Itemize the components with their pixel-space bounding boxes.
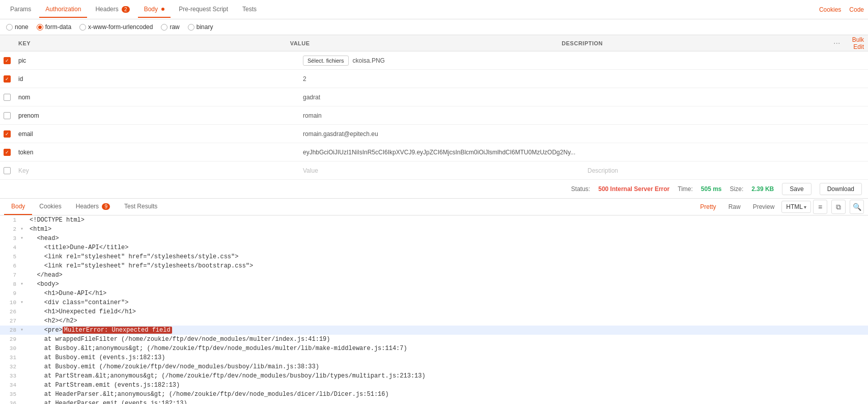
bulk-edit-btn[interactable]: Bulk Edit: [846, 36, 864, 50]
line-content: <head>: [27, 234, 61, 243]
row-checkbox[interactable]: [4, 130, 11, 138]
table-row: tokeneyJhbGciOiJIUzI1NiIsInR5cCI6IkpXVCJ…: [0, 143, 868, 161]
line-toggle: [20, 381, 27, 390]
value-cell[interactable]: gadrat: [299, 91, 583, 104]
value-cell[interactable]: Value: [299, 164, 583, 177]
line-number: 6: [0, 261, 20, 271]
line-toggle: [20, 353, 27, 362]
key-cell[interactable]: nom: [14, 91, 299, 104]
cookies-link[interactable]: Cookies: [819, 6, 841, 13]
more-options-icon[interactable]: ···: [833, 39, 840, 48]
code-line: 5 <link rel="stylesheet" href="/styleshe…: [0, 252, 868, 261]
value-cell[interactable]: romain: [299, 109, 583, 122]
response-tab-headers[interactable]: Headers 9: [69, 199, 117, 215]
radio-raw-circle: [161, 24, 167, 31]
key-cell[interactable]: prenom: [14, 109, 299, 122]
radio-formdata[interactable]: form-data: [37, 23, 71, 31]
code-line: 4 <title>Dune-API</title>: [0, 243, 868, 252]
line-toggle: [20, 344, 27, 353]
line-toggle[interactable]: ▾: [20, 280, 27, 289]
line-toggle[interactable]: ▾: [20, 326, 27, 335]
tab-authorization[interactable]: Authorization: [39, 2, 87, 18]
line-number: 1: [0, 216, 20, 225]
copy-icon[interactable]: ⧉: [831, 200, 846, 214]
table-body: picSélect. fichiersckoisa.PNGid2nomgadra…: [0, 51, 868, 180]
indent-icon[interactable]: ≡: [813, 200, 827, 214]
search-icon[interactable]: 🔍: [850, 200, 864, 214]
save-button[interactable]: Save: [782, 183, 811, 195]
format-preview[interactable]: Preview: [748, 200, 780, 213]
row-checkbox[interactable]: [4, 75, 11, 83]
table-header: KEY VALUE DESCRIPTION ··· Bulk Edit: [0, 35, 868, 51]
key-cell[interactable]: email: [14, 127, 299, 141]
value-cell[interactable]: romain.gasdrat@epitech.eu: [299, 127, 583, 141]
code-area[interactable]: 1<!DOCTYPE html>2▾<html>3▾ <head>4 <titl…: [0, 216, 868, 404]
value-cell[interactable]: eyJhbGciOiJIUzI1NiIsInR5cCI6IkpXVCJ9.eyJ…: [299, 146, 583, 159]
response-tab-test-results[interactable]: Test Results: [117, 199, 164, 215]
checkbox-cell[interactable]: [0, 75, 14, 83]
line-toggle: [20, 399, 27, 404]
desc-cell[interactable]: Description: [583, 164, 868, 177]
response-tab-body[interactable]: Body: [4, 199, 32, 215]
radio-urlencoded[interactable]: x-www-form-urlencoded: [79, 23, 153, 31]
value-cell[interactable]: 2: [299, 72, 583, 86]
line-content: <link rel="stylesheet" href="/stylesheet…: [27, 252, 240, 261]
desc-cell[interactable]: [583, 149, 868, 155]
checkbox-cell[interactable]: [0, 57, 14, 64]
code-line: 33 at PartStream.&lt;anonymous&gt; (/hom…: [0, 371, 868, 381]
key-cell[interactable]: id: [14, 72, 299, 86]
row-checkbox[interactable]: [4, 149, 11, 156]
tab-body[interactable]: Body: [138, 2, 171, 18]
tab-params[interactable]: Params: [4, 2, 37, 18]
line-toggle[interactable]: ▾: [20, 225, 27, 234]
size-value: 2.39 KB: [751, 185, 774, 193]
checkbox-cell[interactable]: [0, 130, 14, 138]
size-label: Size:: [730, 185, 744, 193]
tab-headers[interactable]: Headers 2: [89, 2, 135, 18]
code-line: 7 </head>: [0, 271, 868, 280]
radio-none[interactable]: none: [6, 23, 29, 31]
radio-raw[interactable]: raw: [161, 23, 179, 31]
key-cell[interactable]: Key: [14, 164, 299, 177]
checkbox-cell[interactable]: [0, 112, 14, 119]
code-line: 27 <h2></h2>: [0, 316, 868, 326]
tab-tests[interactable]: Tests: [236, 2, 263, 18]
tab-prerequest[interactable]: Pre-request Script: [173, 2, 234, 18]
row-checkbox[interactable]: [4, 112, 11, 119]
line-number: 35: [0, 390, 20, 399]
row-checkbox[interactable]: [4, 94, 11, 101]
line-number: 32: [0, 362, 20, 371]
checkbox-cell[interactable]: [0, 149, 14, 156]
desc-cell[interactable]: [583, 94, 868, 100]
checkbox-cell[interactable]: [0, 94, 14, 101]
key-cell[interactable]: token: [14, 146, 299, 159]
line-toggle[interactable]: ▾: [20, 298, 27, 307]
row-checkbox[interactable]: [4, 167, 11, 174]
key-cell[interactable]: pic: [14, 54, 299, 67]
desc-cell[interactable]: [583, 131, 868, 137]
desc-cell[interactable]: [583, 76, 868, 82]
line-toggle: [20, 316, 27, 326]
radio-binary[interactable]: binary: [188, 23, 213, 31]
download-button[interactable]: Download: [820, 183, 862, 195]
format-html-dropdown[interactable]: HTML ▾: [781, 201, 811, 213]
format-pretty[interactable]: Pretty: [695, 200, 721, 213]
response-tab-cookies[interactable]: Cookies: [32, 199, 68, 215]
line-content: </head>: [27, 271, 65, 280]
line-toggle: [20, 335, 27, 344]
value-cell[interactable]: Sélect. fichiersckoisa.PNG: [299, 52, 583, 69]
radio-formdata-circle: [37, 24, 43, 31]
select-files-btn[interactable]: Sélect. fichiers: [303, 56, 349, 66]
desc-cell[interactable]: [583, 113, 868, 119]
line-toggle: [20, 371, 27, 381]
table-row: nomgadrat: [0, 88, 868, 106]
line-toggle[interactable]: ▾: [20, 234, 27, 243]
row-checkbox[interactable]: [4, 57, 11, 64]
desc-cell[interactable]: [583, 58, 868, 64]
line-number: 7: [0, 271, 20, 280]
line-content: <div class="container">: [27, 298, 130, 307]
format-raw[interactable]: Raw: [723, 200, 746, 213]
key-header: KEY: [18, 40, 290, 46]
checkbox-cell[interactable]: [0, 167, 14, 174]
code-link[interactable]: Code: [849, 6, 864, 13]
